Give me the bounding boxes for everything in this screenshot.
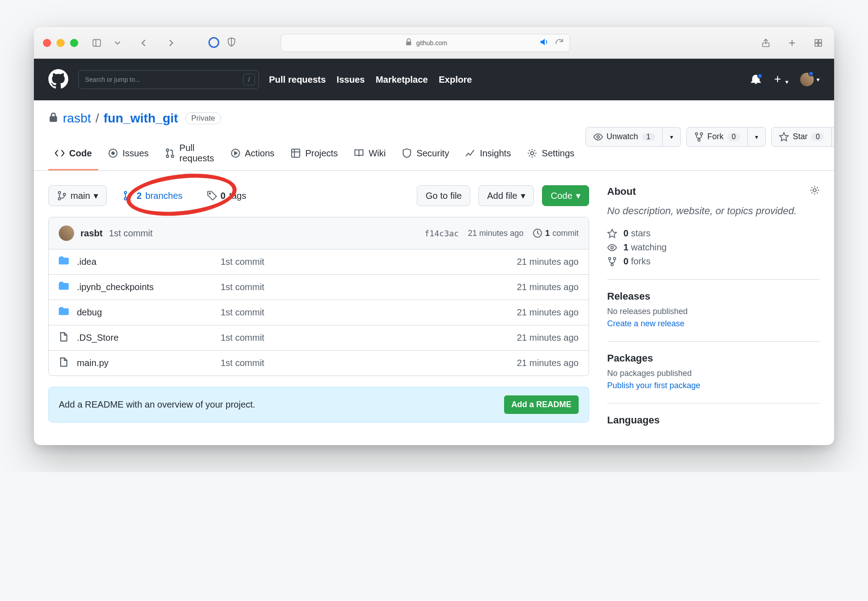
github-logo-icon[interactable] [48,69,68,90]
file-name: .idea [77,257,212,267]
svg-point-10 [166,155,169,157]
audio-icon[interactable] [539,37,549,48]
zoom-window-button[interactable] [70,39,78,47]
repo-owner-link[interactable]: rasbt [63,111,91,126]
nav-explore[interactable]: Explore [439,75,472,85]
star-options-button[interactable]: ▾ [832,127,834,147]
file-row[interactable]: .idea1st commit21 minutes ago [49,249,589,274]
file-commit-msg: 1st commit [221,257,392,267]
watch-options-button[interactable]: ▾ [663,127,681,147]
url-host: github.com [416,39,447,47]
sidebar-toggle-button[interactable] [91,36,103,50]
file-time: 21 minutes ago [517,333,579,343]
settings-gear-button[interactable] [810,185,820,198]
tab-insights[interactable]: Insights [459,137,517,170]
svg-point-29 [609,257,611,259]
add-readme-button[interactable]: Add a README [504,395,579,414]
publish-package-link[interactable]: Publish your first package [607,381,700,390]
file-commit-msg: 1st commit [221,307,392,318]
star-button[interactable]: Star 0 [771,127,832,147]
svg-point-17 [700,132,703,135]
latest-commit-row[interactable]: rasbt 1st commit f14c3ac 21 minutes ago … [49,217,589,249]
svg-point-28 [611,246,613,249]
nav-marketplace[interactable]: Marketplace [376,75,428,85]
caret-down-icon: ▾ [816,76,820,83]
file-name: debug [77,307,212,318]
slash-key-hint: / [243,74,255,85]
privacy-report-icon[interactable] [226,37,236,48]
tab-security[interactable]: Security [396,137,455,170]
commits-link[interactable]: 1 commit [533,228,579,238]
tab-wiki[interactable]: Wiki [348,137,392,170]
about-heading: About [607,186,636,197]
fork-options-button[interactable]: ▾ [748,127,766,147]
close-window-button[interactable] [43,39,51,47]
user-menu-button[interactable]: ▾ [800,73,820,86]
onepassword-icon[interactable] [208,37,219,48]
add-file-button[interactable]: Add file ▾ [478,185,534,206]
back-button[interactable] [137,36,151,50]
svg-point-11 [171,155,174,157]
file-icon [59,332,69,344]
branches-link[interactable]: 2 branches [115,185,190,206]
tabs-overview-button[interactable] [811,36,825,50]
svg-point-9 [166,149,169,151]
folder-icon [59,306,69,319]
file-row[interactable]: .ipynb_checkpoints1st commit21 minutes a… [49,274,589,300]
svg-point-25 [209,193,211,194]
commit-sha[interactable]: f14c3ac [425,229,459,238]
file-icon [59,357,69,369]
new-tab-button[interactable] [785,36,799,50]
watching-meta[interactable]: 1 watching [607,242,820,253]
search-input[interactable]: Search or jump to... / [78,70,259,89]
svg-point-8 [112,152,114,155]
tab-issues[interactable]: Issues [102,137,155,170]
file-name: .DS_Store [77,333,212,343]
svg-point-21 [63,193,66,196]
notifications-button[interactable] [751,74,761,85]
file-time: 21 minutes ago [517,257,579,267]
branch-select-button[interactable]: main ▾ [48,185,107,206]
file-row[interactable]: main.py1st commit21 minutes ago [49,350,589,376]
repo-sidebar: About No description, website, or topics… [607,185,820,431]
file-row[interactable]: .DS_Store1st commit21 minutes ago [49,325,589,350]
create-release-link[interactable]: Create a new release [607,319,684,328]
tags-link[interactable]: 0 tags [199,185,255,206]
file-row[interactable]: debug1st commit21 minutes ago [49,300,589,325]
fork-button[interactable]: Fork 0 [686,127,748,147]
code-button[interactable]: Code ▾ [542,185,589,206]
chevron-down-icon[interactable] [111,36,124,50]
forward-button[interactable] [164,36,178,50]
nav-issues[interactable]: Issues [337,75,365,85]
svg-rect-6 [819,43,821,46]
svg-point-15 [597,136,599,138]
reload-button[interactable] [554,37,564,48]
tab-projects[interactable]: Projects [284,137,344,170]
stars-meta[interactable]: 0 stars [607,228,820,239]
svg-rect-13 [292,149,300,157]
address-bar[interactable]: github.com [281,34,570,52]
nav-pull-requests[interactable]: Pull requests [269,75,326,85]
avatar-icon [59,225,74,241]
share-button[interactable] [759,36,773,50]
goto-file-button[interactable]: Go to file [417,185,470,206]
svg-rect-0 [93,39,101,46]
file-toolbar: main ▾ 2 branches 0 tags Go to file Add … [48,185,589,206]
file-name: main.py [77,358,212,368]
svg-rect-5 [815,43,818,46]
tab-pull-requests[interactable]: Pull requests [159,137,221,170]
tab-settings[interactable]: Settings [521,137,580,170]
file-commit-msg: 1st commit [221,282,392,292]
forks-meta[interactable]: 0 forks [607,256,820,267]
fork-button-group: Fork 0 ▾ [686,127,766,147]
notification-dot-icon [757,73,763,79]
unwatch-button[interactable]: Unwatch 1 [585,127,663,147]
repo-main: main ▾ 2 branches 0 tags Go to file Add … [34,171,834,445]
tab-actions[interactable]: Actions [224,137,281,170]
tab-code[interactable]: Code [48,137,98,170]
svg-point-20 [58,197,61,200]
create-menu-button[interactable]: ▾ [773,74,788,85]
repo-name-link[interactable]: fun_with_git [104,111,178,126]
minimize-window-button[interactable] [57,39,65,47]
folder-icon [59,256,69,268]
